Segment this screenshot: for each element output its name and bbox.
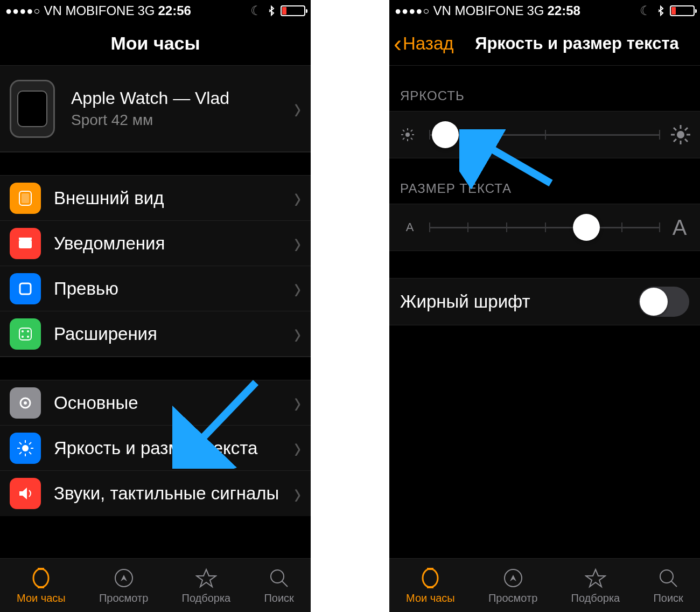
carrier-label: VN MOBIFONE	[433, 3, 523, 18]
page-title: Мои часы	[110, 33, 200, 54]
chevron-right-icon: ›	[294, 476, 301, 511]
bold-font-switch[interactable]	[639, 287, 689, 317]
tab-label: Подборка	[571, 592, 620, 604]
row-label: Внешний вид	[54, 188, 289, 208]
bold-font-label: Жирный шрифт	[400, 291, 530, 312]
svg-line-42	[674, 128, 676, 130]
notifications-icon	[10, 228, 41, 259]
row-general[interactable]: Основные ›	[0, 380, 311, 426]
row-label: Яркость и размер текста	[54, 438, 289, 458]
watch-tab-icon	[419, 566, 441, 590]
watch-tab-icon	[30, 566, 52, 590]
tab-label: Просмотр	[99, 592, 148, 604]
row-extensions[interactable]: Расширения ›	[0, 311, 311, 357]
carrier-label: VN MOBIFONE	[44, 3, 134, 18]
chevron-right-icon: ›	[294, 430, 301, 465]
svg-rect-49	[427, 586, 433, 588]
left-screenshot: ●●●●○ VN MOBIFONE 3G 22:56 ☾ Мои часы Ap…	[0, 0, 311, 612]
row-appearance[interactable]: Внешний вид ›	[0, 176, 311, 221]
extensions-icon	[10, 318, 41, 350]
tab-label: Мои часы	[17, 592, 66, 604]
tab-label: Поиск	[653, 592, 683, 604]
row-preview[interactable]: Превью ›	[0, 266, 311, 311]
brightness-slider[interactable]	[429, 134, 660, 136]
brightness-icon	[10, 433, 41, 464]
svg-rect-23	[38, 568, 44, 570]
battery-icon	[670, 5, 695, 16]
svg-line-19	[29, 442, 31, 444]
svg-point-9	[27, 336, 29, 338]
status-bar: ●●●●○ VN MOBIFONE 3G 22:56 ☾	[0, 0, 311, 22]
svg-rect-24	[38, 586, 44, 588]
row-label: Превью	[54, 279, 289, 299]
bluetooth-icon	[656, 4, 666, 18]
back-button[interactable]: ‹ Назад	[394, 31, 454, 55]
tab-label: Поиск	[264, 592, 293, 604]
slider-thumb[interactable]	[573, 214, 600, 241]
nav-header: ‹ Назад Яркость и размер текста	[389, 22, 700, 66]
switch-knob	[640, 288, 668, 316]
tab-browse[interactable]: Просмотр	[99, 566, 148, 604]
tab-search[interactable]: Поиск	[653, 566, 683, 604]
tab-bar: Мои часы Просмотр Подборка Поиск	[389, 558, 700, 612]
svg-line-43	[685, 139, 688, 142]
bold-font-row: Жирный шрифт	[389, 278, 700, 325]
gear-icon	[10, 387, 41, 419]
network-label: 3G	[527, 3, 544, 18]
svg-point-12	[22, 445, 29, 451]
watch-device-row[interactable]: Apple Watch — Vlad Sport 42 мм ›	[0, 66, 311, 152]
tab-search[interactable]: Поиск	[264, 566, 293, 604]
svg-rect-1	[22, 193, 29, 203]
svg-point-7	[27, 330, 29, 332]
row-label: Основные	[54, 393, 289, 413]
row-label: Расширения	[54, 324, 289, 344]
chevron-right-icon: ›	[294, 385, 301, 420]
brightness-section-header: ЯРКОСТЬ	[389, 66, 700, 111]
clock-label: 22:56	[158, 3, 191, 18]
chevron-right-icon: ›	[294, 271, 301, 306]
bluetooth-icon	[267, 4, 276, 18]
slider-thumb[interactable]	[432, 121, 459, 148]
preview-icon	[10, 273, 41, 304]
textsize-small-icon: A	[400, 220, 419, 234]
tab-my-watch[interactable]: Мои часы	[406, 566, 455, 604]
svg-point-37	[677, 131, 684, 138]
tab-label: Подборка	[182, 592, 231, 604]
tab-browse[interactable]: Просмотр	[488, 566, 537, 604]
svg-rect-2	[19, 240, 32, 248]
row-brightness-text-size[interactable]: Яркость и размер текста ›	[0, 426, 311, 471]
compass-icon	[113, 566, 135, 590]
svg-line-35	[411, 130, 412, 131]
chevron-right-icon: ›	[294, 180, 301, 215]
tab-featured[interactable]: Подборка	[571, 566, 620, 604]
watch-thumbnail-icon	[10, 80, 55, 138]
moon-icon: ☾	[640, 3, 652, 18]
star-icon	[195, 566, 217, 590]
row-notifications[interactable]: Уведомления ›	[0, 221, 311, 266]
clock-label: 22:58	[547, 3, 580, 18]
appearance-icon	[10, 183, 41, 214]
brightness-high-icon	[670, 124, 689, 145]
search-icon	[268, 566, 290, 590]
textsize-slider[interactable]	[429, 227, 660, 228]
row-sounds-haptics[interactable]: Звуки, тактильные сигналы ›	[0, 471, 311, 516]
star-icon	[585, 566, 606, 590]
tab-label: Просмотр	[488, 592, 537, 604]
textsize-slider-row: A A	[389, 204, 700, 251]
network-label: 3G	[137, 3, 155, 18]
svg-point-28	[405, 133, 410, 137]
tab-my-watch[interactable]: Мои часы	[17, 566, 66, 604]
tab-label: Мои часы	[406, 592, 455, 604]
svg-point-26	[271, 570, 284, 583]
tab-featured[interactable]: Подборка	[182, 566, 231, 604]
watch-name: Apple Watch — Vlad	[71, 88, 289, 108]
signal-dots: ●●●●○	[395, 5, 430, 17]
chevron-right-icon: ›	[294, 91, 301, 126]
svg-point-22	[33, 569, 48, 587]
right-screenshot: ●●●●○ VN MOBIFONE 3G 22:58 ☾ ‹ Назад Ярк…	[389, 0, 700, 612]
svg-point-8	[22, 336, 24, 338]
svg-rect-5	[19, 328, 31, 340]
svg-rect-48	[427, 568, 433, 570]
svg-line-52	[671, 581, 677, 587]
svg-line-44	[685, 128, 688, 130]
